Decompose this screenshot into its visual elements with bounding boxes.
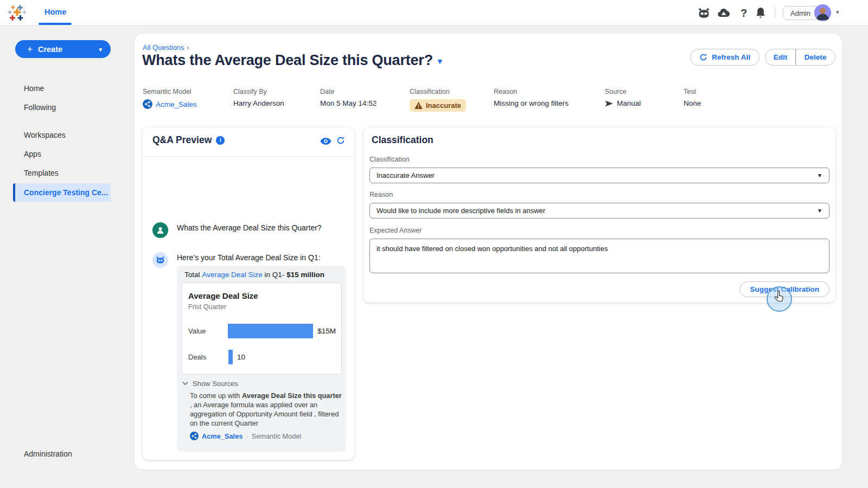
classification-field-label: Classification [369,156,410,163]
title-caret-icon[interactable]: ▾ [438,56,442,66]
sidebar-item-workspaces[interactable]: Workspaces [13,126,111,144]
sources-text-part: , an Average formula was applied over an… [190,401,339,427]
robot-icon [155,255,165,265]
meta-value: Mon 5 May 14:52 [320,99,376,107]
refresh-all-label: Refresh All [712,53,750,61]
total-mid: in Q1- [263,271,286,279]
sidebar-item-following[interactable]: Following [13,98,111,117]
chart-title: Average Deal Size [188,291,258,300]
bar-value: $15M [317,327,336,335]
delete-button[interactable]: Delete [796,49,835,65]
classification-panel: Classification Classification Inaccurate… [363,127,835,303]
edit-button[interactable]: Edit [765,49,795,65]
reason-field-label: Reason [369,191,393,198]
source-model-link[interactable]: Acme_Sales [202,432,242,440]
bar-row-deals: Deals 10 [188,349,336,364]
meta-date: Date Mon 5 May 14:52 [320,88,376,107]
expected-answer-input[interactable]: it should have filtered on closed won op… [369,239,829,273]
meta-classify-by: Classify By Harry Anderson [233,88,284,107]
average-deal-size-link[interactable]: Average Deal Size [202,271,263,279]
meta-label: Date [320,88,376,95]
chart-subtitle: Frist Quarter [188,303,226,311]
create-button[interactable]: + Create ▾ [15,40,111,58]
cloud-apps-icon[interactable] [717,6,731,20]
qa-refresh-icon[interactable] [336,136,345,147]
dot-separator: · [246,432,248,440]
qa-preview-title: Q&A Preview i [152,134,225,146]
bar-row-value: Value $15M [188,323,336,338]
plus-icon: + [27,44,33,55]
meta-value: Manual [617,99,641,107]
sidebar-item-concierge-testing-center[interactable]: Concierge Testing Ce... [13,183,111,202]
value-bar [228,324,313,338]
classification-select[interactable]: Inaccurate Answer ▼ [369,168,829,183]
bot-chat-avatar [152,252,168,268]
answer-panel: Total Average Deal Size in Q1- $15 milli… [177,266,346,452]
notifications-icon[interactable] [754,6,768,20]
info-icon[interactable]: i [216,136,225,145]
total-prefix: Total [184,271,202,279]
classification-select-value: Inaccurate Answer [376,171,435,179]
meta-source: Source Manual [605,88,641,107]
create-button-label: Create [38,45,62,54]
refresh-all-button[interactable]: Refresh All [690,49,760,66]
status-badge: Inaccurate [410,99,466,112]
qa-preview-card: Q&A Preview i Whats the Average Deal Siz… [143,127,354,460]
user-question: Whats the Average Deal Size this Quarter… [177,223,342,232]
chevron-right-icon: › [187,44,189,52]
reason-select-value: Would like to include more descriptive f… [376,207,545,215]
tableau-logo[interactable] [8,4,27,24]
show-sources-toggle[interactable]: Show Sources [182,380,238,388]
semantic-model-link[interactable]: Acme_Sales [156,100,197,108]
chart-card: Average Deal Size Frist Quarter Value $1… [181,282,342,375]
page-title: Whats the Average Deal Size this Quarter… [142,52,442,69]
sources-text-part: To come up with [190,391,242,400]
qa-preview-title-text: Q&A Preview [152,134,212,146]
meta-label: Classification [410,88,466,95]
select-caret-icon: ▼ [817,172,822,178]
create-caret-icon: ▾ [99,46,102,53]
meta-semantic-model: Semantic Model Acme_Sales [143,88,197,109]
source-type-label: Semantic Model [252,432,302,440]
meta-label: Classify By [233,88,284,95]
meta-test: Test None [684,88,701,107]
edit-delete-group: Edit Delete [765,49,835,66]
user-avatar[interactable] [814,4,831,21]
help-icon[interactable]: ? [737,6,751,20]
tab-home-underline [39,23,72,25]
bar-label: Deals [188,353,228,361]
refresh-icon [699,53,707,61]
send-icon [605,100,614,107]
semantic-model-icon [190,432,199,440]
warning-icon [414,102,423,109]
eye-icon[interactable] [320,137,331,147]
meta-value: None [684,99,701,107]
meta-label: Reason [494,88,569,95]
sources-text-bold: Average Deal Size this quarter [242,391,342,400]
main-content: All Questions› Whats the Average Deal Si… [135,34,842,470]
admin-button[interactable]: Admin [783,6,818,20]
breadcrumb-all-questions-link[interactable]: All Questions [143,43,184,52]
meta-label: Test [684,88,701,95]
sidebar-item-apps[interactable]: Apps [13,145,111,163]
sidebar-item-templates[interactable]: Templates [13,164,111,182]
sources-explanation: To come up with Average Deal Size this q… [190,391,342,428]
topbar-divider [775,8,775,18]
reason-select[interactable]: Would like to include more descriptive f… [369,203,829,219]
click-indicator [767,286,792,312]
meta-classification: Classification Inaccurate [410,88,466,112]
assistant-bot-icon[interactable] [697,6,711,20]
account-caret-icon[interactable]: ▾ [836,9,839,16]
expected-answer-label: Expected Answer [369,227,422,234]
meta-reason: Reason Missing or wrong filters [494,88,569,107]
sidebar-item-administration[interactable]: Administration [13,445,111,463]
meta-value: Harry Anderson [233,99,284,107]
person-icon [156,226,165,235]
sidebar-item-home[interactable]: Home [13,79,111,98]
tab-home[interactable]: Home [44,8,66,16]
semantic-model-icon [143,99,152,109]
meta-label: Source [605,88,641,95]
bar-value: 10 [237,353,245,361]
qa-header-divider [143,156,354,157]
bot-answer-intro: Here’s your Total Average Deal Size in Q… [177,253,342,262]
